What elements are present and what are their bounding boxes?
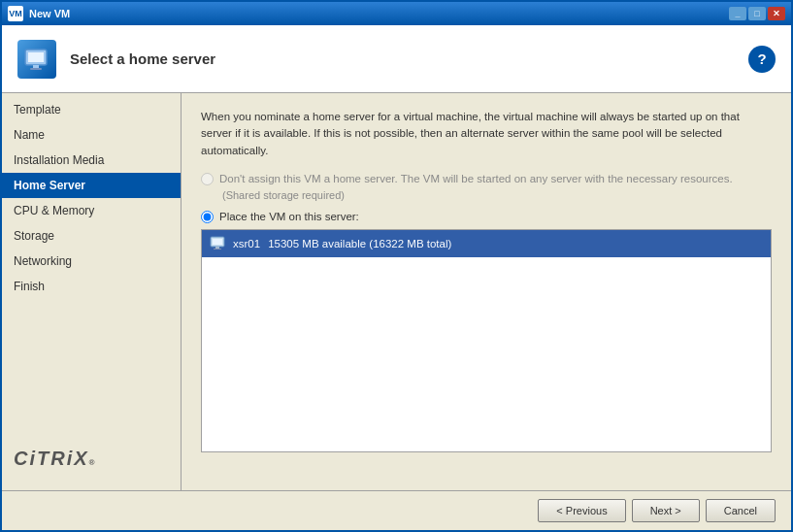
no-home-server-label: Don't assign this VM a home server. The … (219, 173, 733, 184)
svg-rect-2 (33, 65, 39, 68)
previous-button[interactable]: < Previous (538, 499, 625, 522)
main-panel: When you nominate a home server for a vi… (182, 93, 791, 490)
next-button[interactable]: Next > (632, 499, 700, 522)
header-title: Select a home server (70, 50, 748, 67)
window-icon: VM (8, 6, 23, 21)
maximize-button[interactable]: □ (748, 7, 766, 20)
no-home-server-radio-row: Don't assign this VM a home server. The … (201, 173, 772, 185)
svg-rect-7 (214, 249, 221, 249)
sidebar-item-storage[interactable]: Storage (2, 223, 181, 249)
titlebar-buttons: _ □ ✕ (729, 7, 785, 20)
sidebar: Template Name Installation Media Home Se… (2, 93, 182, 490)
server-list: xsr01 15305 MB available (16322 MB total… (201, 229, 772, 452)
place-vm-option: Place the VM on this server: (201, 211, 772, 452)
place-vm-label: Place the VM on this server: (219, 211, 359, 222)
no-home-server-option: Don't assign this VM a home server. The … (201, 173, 772, 201)
header-icon (17, 40, 56, 79)
header-band: Select a home server ? (2, 25, 791, 93)
svg-rect-1 (28, 52, 44, 62)
server-list-item[interactable]: xsr01 15305 MB available (16322 MB total… (202, 230, 771, 257)
bottom-bar: < Previous Next > Cancel (2, 490, 791, 530)
sidebar-item-template[interactable]: Template (2, 97, 181, 122)
sidebar-item-networking[interactable]: Networking (2, 249, 181, 274)
close-button[interactable]: ✕ (768, 7, 785, 20)
server-item-icon (210, 235, 225, 252)
description-text: When you nominate a home server for a vi… (201, 109, 772, 159)
window-title: New VM (29, 8, 729, 19)
cancel-button[interactable]: Cancel (706, 499, 776, 522)
sidebar-item-cpu-memory[interactable]: CPU & Memory (2, 198, 181, 223)
titlebar: VM New VM _ □ ✕ (2, 2, 791, 25)
place-vm-radio[interactable] (201, 211, 214, 223)
minimize-button[interactable]: _ (729, 7, 746, 20)
server-details: 15305 MB available (16322 MB total) (268, 238, 451, 249)
window-body: Select a home server ? Template Name Ins… (2, 25, 791, 530)
svg-rect-6 (215, 247, 219, 249)
sidebar-item-finish[interactable]: Finish (2, 274, 181, 299)
citrix-logo-text: CiTRiX® (14, 448, 169, 479)
content-area: Template Name Installation Media Home Se… (2, 93, 791, 490)
sidebar-item-name[interactable]: Name (2, 122, 181, 148)
help-button[interactable]: ? (748, 46, 776, 73)
no-home-server-sublabel: (Shared storage required) (222, 189, 772, 201)
place-vm-radio-row: Place the VM on this server: (201, 211, 772, 223)
sidebar-item-home-server[interactable]: Home Server (2, 173, 181, 198)
server-name: xsr01 (233, 238, 260, 249)
sidebar-logo: CiTRiX® (2, 436, 181, 490)
no-home-server-radio[interactable] (201, 173, 214, 185)
sidebar-item-installation-media[interactable]: Installation Media (2, 148, 181, 173)
svg-rect-3 (30, 68, 42, 70)
main-window: VM New VM _ □ ✕ Select a home server ? (0, 0, 793, 532)
svg-rect-5 (213, 239, 222, 245)
